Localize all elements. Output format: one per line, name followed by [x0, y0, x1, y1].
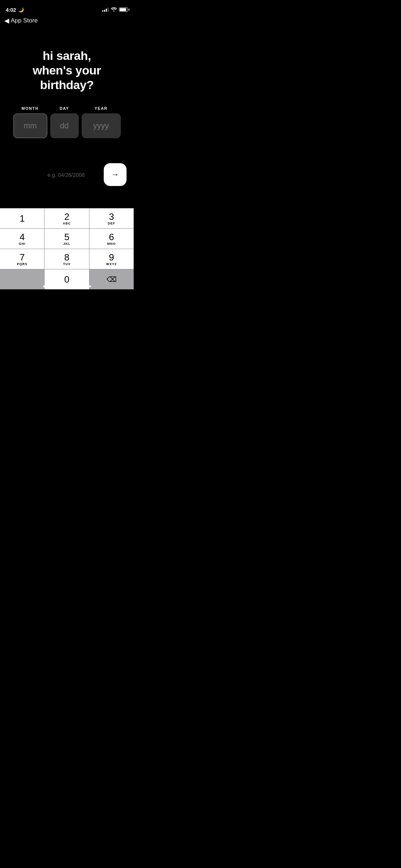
key-7[interactable]: 7 PQRS: [0, 249, 45, 269]
next-button[interactable]: →: [104, 163, 127, 186]
delete-icon: ⌫: [107, 275, 117, 284]
month-field-group: MONTH: [13, 106, 47, 138]
battery-fill: [120, 8, 126, 11]
year-field-group: YEAR: [82, 106, 121, 138]
back-navigation[interactable]: ◀ App Store: [0, 16, 134, 27]
month-input[interactable]: [13, 113, 47, 138]
day-label: DAY: [60, 106, 69, 110]
key-8[interactable]: 8 TUV: [45, 249, 89, 269]
signal-bars: [102, 7, 109, 12]
year-label: YEAR: [94, 106, 108, 110]
signal-bar-1: [102, 10, 103, 12]
date-section: MONTH DAY YEAR: [7, 106, 127, 138]
wifi-icon: [111, 7, 117, 12]
keyboard-row-3: 7 PQRS 8 TUV 9 WXYZ: [0, 249, 134, 269]
year-input[interactable]: [82, 113, 121, 138]
bottom-action: e.g. 04/26/2008 →: [0, 163, 134, 186]
key-5[interactable]: 5 JKL: [45, 229, 89, 249]
next-arrow-icon: →: [111, 170, 119, 179]
numeric-keyboard: 1 2 ABC 3 DEF 4 GHI 5 JKL 6 MNO 7 PQRS: [0, 208, 134, 289]
keyboard-row-1: 1 2 ABC 3 DEF: [0, 208, 134, 228]
back-arrow-icon: ◀: [4, 17, 9, 24]
key-2[interactable]: 2 ABC: [45, 208, 89, 228]
key-6[interactable]: 6 MNO: [89, 229, 134, 249]
keyboard-row-2: 4 GHI 5 JKL 6 MNO: [0, 228, 134, 249]
day-field-group: DAY: [50, 106, 79, 138]
signal-bar-2: [104, 10, 105, 12]
key-empty: [0, 269, 45, 289]
signal-bar-4: [108, 7, 109, 12]
status-right: [102, 7, 128, 12]
month-label: MONTH: [22, 106, 39, 110]
status-left: 4:02 🌙: [6, 7, 24, 13]
battery-icon: [119, 7, 128, 12]
example-text: e.g. 04/26/2008: [7, 172, 104, 178]
key-3[interactable]: 3 DEF: [89, 208, 134, 228]
status-time: 4:02: [6, 7, 16, 13]
key-9[interactable]: 9 WXYZ: [89, 249, 134, 269]
day-input[interactable]: [50, 113, 79, 138]
status-bar: 4:02 🌙: [0, 0, 134, 16]
signal-bar-3: [106, 9, 107, 12]
moon-icon: 🌙: [18, 7, 24, 12]
main-content: hi sarah, when's your birthday? MONTH DA…: [0, 27, 134, 145]
home-indicator: [43, 285, 91, 287]
key-1[interactable]: 1: [0, 208, 45, 228]
key-delete[interactable]: ⌫: [89, 269, 134, 289]
back-label: App Store: [11, 17, 38, 24]
greeting-text: hi sarah, when's your birthday?: [7, 48, 127, 92]
key-4[interactable]: 4 GHI: [0, 229, 45, 249]
